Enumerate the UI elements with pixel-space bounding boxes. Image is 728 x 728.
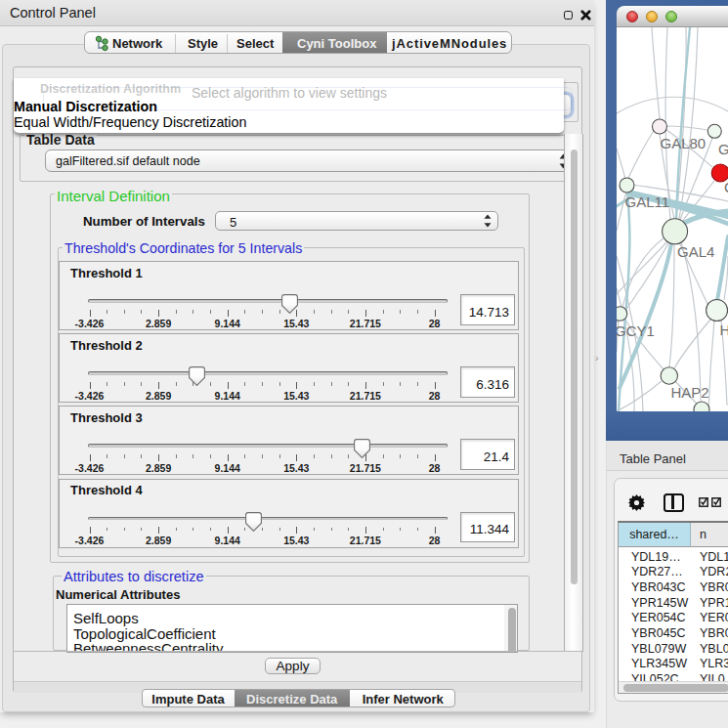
svg-text:GAL80: GAL80 [661, 135, 707, 151]
svg-text:GAL11: GAL11 [625, 193, 670, 210]
svg-text:C: C [724, 179, 728, 195]
svg-text:G.: G. [718, 141, 728, 157]
svg-text:H: H [720, 321, 728, 338]
svg-text:GCY1: GCY1 [617, 322, 655, 339]
svg-text:GAL4: GAL4 [677, 243, 714, 260]
svg-text:HAP2: HAP2 [671, 384, 709, 401]
